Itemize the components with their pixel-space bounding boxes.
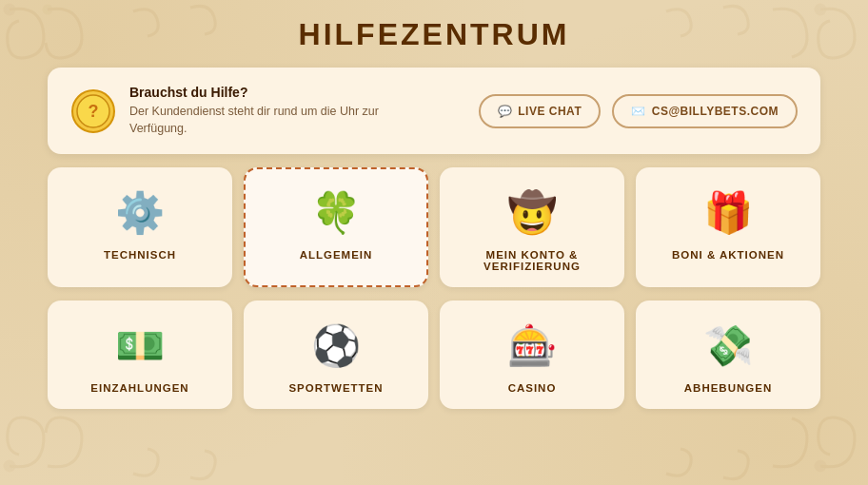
mein-konto-label: MEIN KONTO &VERIFIZIERUNG bbox=[483, 249, 581, 272]
technisch-label: TECHNISCH bbox=[104, 249, 176, 261]
einzahlungen-label: EINZAHLUNGEN bbox=[90, 382, 188, 394]
category-card-technisch[interactable]: ⚙️ TECHNISCH bbox=[48, 167, 232, 287]
abhebungen-icon: 💸 bbox=[701, 320, 755, 373]
svg-point-3 bbox=[5, 461, 14, 471]
allgemein-label: ALLGEMEIN bbox=[300, 249, 373, 261]
category-card-abhebungen[interactable]: 💸 ABHEBUNGEN bbox=[636, 301, 820, 409]
category-card-mein-konto[interactable]: 🤠 MEIN KONTO &VERIFIZIERUNG bbox=[440, 167, 624, 287]
live-chat-button[interactable]: 💬 LIVE CHAT bbox=[479, 94, 601, 128]
help-banner-subtitle: Der Kundendienst steht dir rund um die U… bbox=[129, 104, 379, 137]
svg-point-4 bbox=[816, 461, 825, 471]
page-container: HILFEZENTRUM ? Brauchst du Hilfe? Der Ku… bbox=[0, 0, 868, 426]
category-card-casino[interactable]: 🎰 CASINO bbox=[440, 301, 624, 409]
technisch-icon: ⚙️ bbox=[113, 186, 167, 240]
abhebungen-label: ABHEBUNGEN bbox=[684, 382, 772, 394]
help-banner: ? Brauchst du Hilfe? Der Kundendienst st… bbox=[48, 68, 820, 154]
help-text: Brauchst du Hilfe? Der Kundendienst steh… bbox=[129, 85, 379, 137]
mein-konto-icon: 🤠 bbox=[505, 186, 559, 240]
email-button[interactable]: ✉️ CS@BILLYBETS.COM bbox=[612, 94, 798, 128]
boni-icon: 🎁 bbox=[701, 186, 755, 240]
boni-label: BONI & AKTIONEN bbox=[672, 249, 784, 261]
allgemein-icon: 🍀 bbox=[309, 186, 363, 240]
sportwetten-icon: ⚽ bbox=[309, 320, 363, 373]
casino-icon: 🎰 bbox=[505, 320, 559, 373]
help-banner-title: Brauchst du Hilfe? bbox=[129, 85, 379, 100]
sportwetten-label: SPORTWETTEN bbox=[288, 382, 383, 394]
svg-text:?: ? bbox=[89, 102, 99, 121]
coin-icon: ? bbox=[70, 88, 116, 134]
category-grid-row1: ⚙️ TECHNISCH 🍀 ALLGEMEIN 🤠 MEIN KONTO &V… bbox=[48, 167, 820, 287]
einzahlungen-icon: 💵 bbox=[113, 320, 167, 373]
category-card-boni[interactable]: 🎁 BONI & AKTIONEN bbox=[636, 167, 820, 287]
email-icon: ✉️ bbox=[631, 105, 646, 118]
chat-icon: 💬 bbox=[498, 105, 513, 118]
page-title: HILFEZENTRUM bbox=[48, 17, 820, 52]
category-card-sportwetten[interactable]: ⚽ SPORTWETTEN bbox=[244, 301, 428, 409]
help-banner-left: ? Brauchst du Hilfe? Der Kundendienst st… bbox=[70, 85, 379, 137]
casino-label: CASINO bbox=[508, 382, 557, 394]
category-card-einzahlungen[interactable]: 💵 EINZAHLUNGEN bbox=[48, 301, 232, 409]
category-grid-row2: 💵 EINZAHLUNGEN ⚽ SPORTWETTEN 🎰 CASINO 💸 … bbox=[48, 301, 820, 409]
category-card-allgemein[interactable]: 🍀 ALLGEMEIN bbox=[244, 167, 428, 287]
help-banner-buttons: 💬 LIVE CHAT ✉️ CS@BILLYBETS.COM bbox=[479, 94, 798, 128]
